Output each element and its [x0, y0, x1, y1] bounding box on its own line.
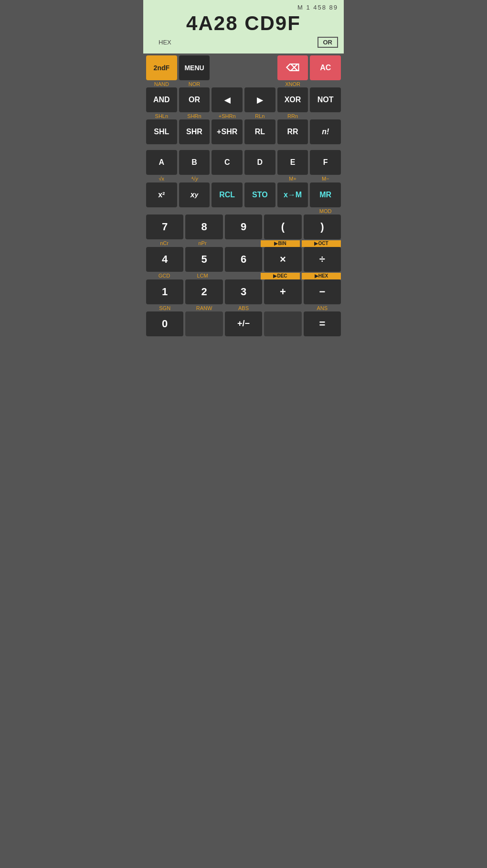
second-f-button[interactable]: 2ndF — [146, 55, 177, 80]
e-button[interactable]: E — [277, 150, 308, 175]
equals-button[interactable]: = — [304, 311, 341, 336]
pshrn-label: +SHRn — [212, 113, 243, 119]
shl-button[interactable]: SHL — [146, 119, 177, 144]
rr-button[interactable]: RR — [277, 119, 308, 144]
zero-button[interactable]: 0 — [146, 311, 183, 336]
empty-btn-2 — [264, 311, 301, 336]
tooct-label: ▶OCT — [302, 240, 341, 247]
logic-row: AND OR ◀ ▶ XOR NOT — [146, 87, 341, 112]
pshr-button[interactable]: +SHR — [212, 119, 243, 144]
display-bottom: HEX OR — [149, 37, 338, 48]
rl-button[interactable]: RL — [244, 119, 275, 144]
mminus-label: M− — [310, 176, 341, 182]
shift-labels: SHLn SHRn +SHRn RLn RRn — [146, 113, 341, 119]
shift-row: SHL SHR +SHR RL RR n! — [146, 119, 341, 144]
nor-label: NOR — [179, 81, 210, 87]
npr-label: nPr — [184, 240, 221, 246]
sto-button[interactable]: STO — [244, 182, 275, 207]
num0-labels: SGN RANW ABS ANS — [146, 305, 341, 311]
x2-button[interactable]: x² — [146, 182, 177, 207]
close-paren-button[interactable]: ) — [304, 214, 341, 239]
two-button[interactable]: 2 — [185, 279, 222, 304]
xy-button[interactable]: xy — [179, 182, 210, 207]
num7-labels: MOD — [146, 208, 341, 214]
ac-button[interactable]: AC — [310, 55, 341, 80]
shr-button[interactable]: SHR — [179, 119, 210, 144]
plusminus-button[interactable]: +/− — [225, 311, 262, 336]
shrn-label: SHRn — [179, 113, 210, 119]
five-button[interactable]: 5 — [185, 247, 222, 272]
tohex-label: ▶HEX — [302, 273, 341, 279]
backspace-button[interactable]: ⌫ — [277, 55, 308, 80]
spacer-2 — [244, 55, 275, 80]
shift-right-button[interactable]: ▶ — [244, 87, 275, 112]
power-labels: √x ⁴√y M+ M− — [146, 176, 341, 182]
menu-button[interactable]: MENU — [179, 55, 210, 80]
three-button[interactable]: 3 — [225, 279, 262, 304]
spacer-1 — [212, 55, 243, 80]
tobin-label: ▶BIN — [261, 240, 300, 247]
nine-button[interactable]: 9 — [225, 214, 262, 239]
todec-label: ▶DEC — [261, 273, 300, 279]
num1-labels: GCD LCM ▶DEC ▶HEX — [146, 273, 341, 279]
six-button[interactable]: 6 — [225, 247, 262, 272]
shift-left-button[interactable]: ◀ — [212, 87, 243, 112]
b-button[interactable]: B — [179, 150, 210, 175]
mr-button[interactable]: MR — [310, 182, 341, 207]
shln-label: SHLn — [146, 113, 177, 119]
calculator: M 1 458 89 4A28 CD9F HEX OR 2ndF MENU ⌫ … — [143, 0, 344, 340]
hex-label: HEX — [149, 39, 171, 46]
display-main-value: 4A28 CD9F — [149, 12, 338, 35]
lcm-label: LCM — [184, 273, 221, 279]
top-row: 2ndF MENU ⌫ AC — [146, 55, 341, 80]
xnor-label: XNOR — [277, 81, 308, 87]
sqrt-label: √x — [146, 176, 177, 182]
four-button[interactable]: 4 — [146, 247, 183, 272]
factorial-button[interactable]: n! — [310, 119, 341, 144]
display-area: M 1 458 89 4A28 CD9F HEX OR — [143, 0, 344, 54]
abs-label: ABS — [225, 305, 262, 311]
rooty-label: ⁴√y — [179, 176, 210, 182]
eight-button[interactable]: 8 — [185, 214, 222, 239]
f-button[interactable]: F — [310, 150, 341, 175]
num4-labels: nCr nPr ▶BIN ▶OCT — [146, 240, 341, 247]
num0-row: 0 +/− = — [146, 311, 341, 336]
open-paren-button[interactable]: ( — [264, 214, 301, 239]
minus-button[interactable]: − — [304, 279, 341, 304]
xtom-button[interactable]: x→M — [277, 182, 308, 207]
a-button[interactable]: A — [146, 150, 177, 175]
gap-1 — [146, 145, 341, 150]
mplus-label: M+ — [277, 176, 308, 182]
display-memory-row: M 1 458 89 — [149, 4, 338, 11]
buttons-area: 2ndF MENU ⌫ AC NAND NOR XNOR AND OR ◀ ▶ … — [143, 54, 344, 340]
c-button[interactable]: C — [212, 150, 243, 175]
multiply-button[interactable]: × — [264, 247, 301, 272]
or-btn[interactable]: OR — [179, 87, 210, 112]
or-button[interactable]: OR — [318, 37, 339, 48]
nand-label: NAND — [146, 81, 177, 87]
power-row: x² xy RCL STO x→M MR — [146, 182, 341, 207]
not-button[interactable]: NOT — [310, 87, 341, 112]
ans-label: ANS — [304, 305, 341, 311]
rln-label: RLn — [244, 113, 275, 119]
rrn-label: RRn — [277, 113, 308, 119]
num7-row: 7 8 9 ( ) — [146, 214, 341, 239]
hex-letters-row: A B C D E F — [146, 150, 341, 175]
ranw-label: RANW — [185, 305, 222, 311]
ncr-label: nCr — [146, 240, 182, 246]
plus-button[interactable]: + — [264, 279, 301, 304]
logic-labels: NAND NOR XNOR — [146, 81, 341, 87]
d-button[interactable]: D — [244, 150, 275, 175]
xor-button[interactable]: XOR — [277, 87, 308, 112]
empty-btn-1 — [185, 311, 222, 336]
seven-button[interactable]: 7 — [146, 214, 183, 239]
num1-row: 1 2 3 + − — [146, 279, 341, 304]
mod-label: MOD — [310, 208, 341, 214]
num4-row: 4 5 6 × ÷ — [146, 247, 341, 272]
rcl-button[interactable]: RCL — [212, 182, 243, 207]
gcd-label: GCD — [146, 273, 182, 279]
sgn-label: SGN — [146, 305, 183, 311]
divide-button[interactable]: ÷ — [304, 247, 341, 272]
one-button[interactable]: 1 — [146, 279, 183, 304]
and-button[interactable]: AND — [146, 87, 177, 112]
